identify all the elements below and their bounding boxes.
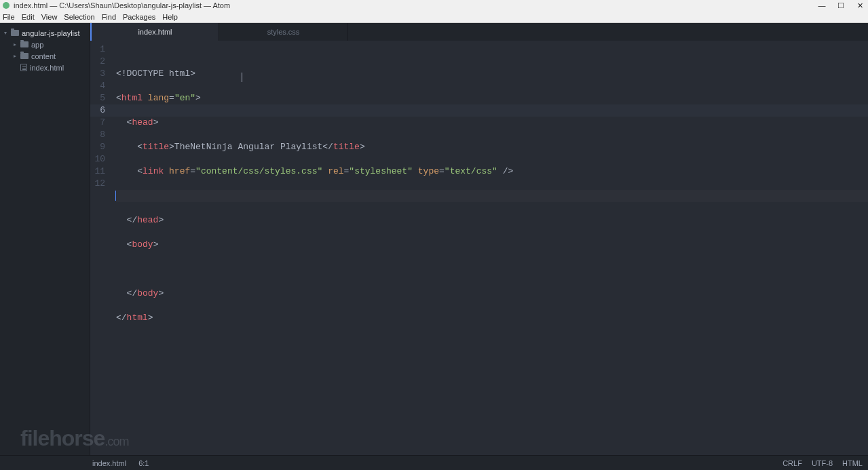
status-file[interactable]: index.html [92, 459, 126, 467]
code-line: <link href="content/css/styles.css" rel=… [116, 165, 868, 178]
menu-bar: File Edit View Selection Find Packages H… [0, 11, 868, 23]
gutter: 1 2 3 4 5 6 7 8 9 10 11 12 [90, 41, 111, 455]
code-line: <title>TheNetNinja Angular Playlist</tit… [116, 141, 868, 153]
minimize-button[interactable]: — [818, 1, 826, 9]
status-cursor-position[interactable]: 6:1 [138, 459, 149, 467]
line-number: 9 [90, 141, 111, 153]
chevron-right-icon[interactable]: ▸ [12, 53, 18, 59]
line-number: 10 [90, 153, 111, 165]
menu-help[interactable]: Help [162, 13, 178, 21]
menu-selection[interactable]: Selection [64, 13, 94, 21]
chevron-down-icon[interactable]: ▾ [3, 30, 8, 36]
chevron-right-icon[interactable]: ▸ [12, 41, 18, 47]
menu-file[interactable]: File [3, 13, 15, 21]
code-line: <html lang="en"> [116, 92, 868, 104]
status-bar: index.html 6:1 CRLF UTF-8 HTML [0, 455, 868, 470]
editor-body[interactable]: 1 2 3 4 5 6 7 8 9 10 11 12 <!DOCTYPE htm… [90, 41, 868, 455]
code-line: </body> [116, 288, 868, 300]
menu-find[interactable]: Find [102, 13, 116, 21]
file-tree[interactable]: ▾ angular-js-playlist ▸ app ▸ content in… [0, 23, 90, 455]
status-line-ending[interactable]: CRLF [782, 459, 802, 467]
code-line: </html> [116, 312, 868, 324]
folder-icon [20, 41, 29, 47]
maximize-button[interactable]: ☐ [837, 1, 845, 9]
code-line: <head> [116, 117, 868, 129]
main-area: ▾ angular-js-playlist ▸ app ▸ content in… [0, 23, 868, 455]
tree-item-label: index.html [30, 64, 64, 72]
editor-panel: index.html styles.css 1 2 3 4 5 6 7 8 9 … [90, 23, 868, 455]
text-cursor-icon [242, 73, 242, 82]
code-line: <body> [116, 239, 868, 251]
app-icon [3, 2, 10, 9]
tab-label: styles.css [267, 28, 300, 36]
tree-root[interactable]: ▾ angular-js-playlist [0, 27, 90, 39]
line-number: 5 [90, 92, 111, 104]
window-title: index.html — C:\Users\Shaun\Desktop\angu… [14, 1, 818, 9]
folder-icon [20, 53, 29, 59]
tab-bar: index.html styles.css [90, 23, 868, 41]
line-number: 2 [90, 56, 111, 68]
tab-styles-css[interactable]: styles.css [219, 23, 348, 41]
tree-item-label: content [31, 52, 56, 60]
tree-item-folder[interactable]: ▸ content [0, 50, 90, 62]
code-line: <!DOCTYPE html> [116, 68, 868, 80]
tree-item-label: app [31, 41, 43, 49]
line-number: 7 [90, 117, 111, 129]
menu-edit[interactable]: Edit [22, 13, 35, 21]
line-number: 12 [90, 178, 111, 190]
close-button[interactable]: ✕ [856, 1, 864, 9]
code-area[interactable]: <!DOCTYPE html> <html lang="en"> <head> … [111, 41, 868, 455]
status-encoding[interactable]: UTF-8 [812, 459, 833, 467]
tab-index-html[interactable]: index.html [90, 23, 219, 41]
line-number: 8 [90, 129, 111, 141]
tree-item-folder[interactable]: ▸ app [0, 39, 90, 50]
code-line [116, 190, 868, 202]
line-number: 3 [90, 68, 111, 80]
code-line: </head> [116, 214, 868, 227]
menu-view[interactable]: View [41, 13, 58, 21]
line-number: 11 [90, 165, 111, 178]
code-line [116, 263, 868, 275]
line-number: 1 [90, 43, 111, 56]
line-number: 4 [90, 80, 111, 92]
title-bar: index.html — C:\Users\Shaun\Desktop\angu… [0, 0, 868, 11]
file-icon [20, 64, 27, 71]
tree-item-file[interactable]: index.html [0, 62, 90, 73]
menu-packages[interactable]: Packages [123, 13, 155, 21]
status-grammar[interactable]: HTML [842, 459, 863, 467]
code-line [116, 336, 868, 349]
window-controls: — ☐ ✕ [818, 1, 865, 9]
tree-root-label: angular-js-playlist [22, 29, 80, 37]
tab-label: index.html [138, 28, 172, 36]
caret-icon [115, 191, 116, 201]
folder-icon [11, 30, 19, 36]
